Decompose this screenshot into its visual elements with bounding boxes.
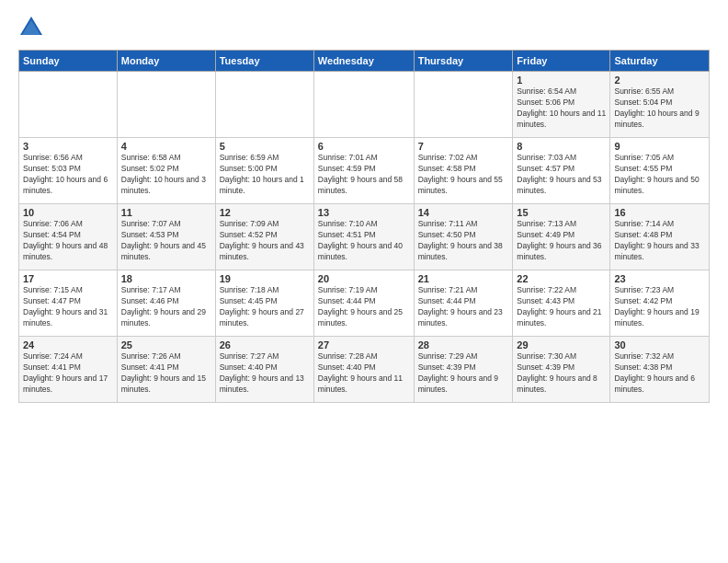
- day-number: 9: [614, 141, 705, 152]
- day-number: 7: [418, 141, 509, 152]
- day-info: Sunrise: 7:15 AM Sunset: 4:47 PM Dayligh…: [23, 285, 113, 329]
- day-number: 29: [517, 339, 606, 350]
- day-info: Sunrise: 6:59 AM Sunset: 5:00 PM Dayligh…: [220, 153, 310, 197]
- day-info: Sunrise: 7:19 AM Sunset: 4:44 PM Dayligh…: [318, 285, 410, 329]
- day-info: Sunrise: 7:01 AM Sunset: 4:59 PM Dayligh…: [318, 153, 410, 197]
- day-info: Sunrise: 7:06 AM Sunset: 4:54 PM Dayligh…: [23, 219, 113, 263]
- day-number: 16: [614, 207, 705, 218]
- day-info: Sunrise: 7:23 AM Sunset: 4:42 PM Dayligh…: [614, 285, 705, 329]
- day-number: 17: [23, 273, 113, 284]
- calendar-cell: 9Sunrise: 7:05 AM Sunset: 4:55 PM Daylig…: [610, 138, 710, 204]
- day-info: Sunrise: 7:10 AM Sunset: 4:51 PM Dayligh…: [318, 219, 410, 263]
- day-info: Sunrise: 7:13 AM Sunset: 4:49 PM Dayligh…: [517, 219, 606, 263]
- day-info: Sunrise: 7:32 AM Sunset: 4:38 PM Dayligh…: [614, 351, 705, 396]
- calendar-cell: 18Sunrise: 7:17 AM Sunset: 4:46 PM Dayli…: [117, 270, 215, 337]
- calendar-cell: 29Sunrise: 7:30 AM Sunset: 4:39 PM Dayli…: [513, 337, 610, 403]
- week-row-0: 1Sunrise: 6:54 AM Sunset: 5:06 PM Daylig…: [19, 72, 710, 138]
- day-info: Sunrise: 7:02 AM Sunset: 4:58 PM Dayligh…: [418, 153, 509, 197]
- day-number: 11: [121, 207, 211, 218]
- day-info: Sunrise: 7:03 AM Sunset: 4:57 PM Dayligh…: [517, 153, 606, 197]
- day-info: Sunrise: 6:54 AM Sunset: 5:06 PM Dayligh…: [517, 86, 606, 131]
- day-number: 1: [517, 75, 606, 86]
- day-info: Sunrise: 7:14 AM Sunset: 4:48 PM Dayligh…: [614, 219, 705, 263]
- calendar-cell: 10Sunrise: 7:06 AM Sunset: 4:54 PM Dayli…: [19, 204, 118, 270]
- calendar-cell: 4Sunrise: 6:58 AM Sunset: 5:02 PM Daylig…: [117, 138, 215, 204]
- day-number: 15: [517, 207, 606, 218]
- day-info: Sunrise: 6:58 AM Sunset: 5:02 PM Dayligh…: [121, 153, 211, 197]
- week-row-3: 17Sunrise: 7:15 AM Sunset: 4:47 PM Dayli…: [19, 270, 710, 337]
- day-number: 24: [23, 339, 113, 350]
- calendar-cell: 23Sunrise: 7:23 AM Sunset: 4:42 PM Dayli…: [610, 270, 710, 337]
- calendar-cell: 15Sunrise: 7:13 AM Sunset: 4:49 PM Dayli…: [513, 204, 610, 270]
- day-number: 13: [318, 207, 410, 218]
- calendar-cell: [117, 72, 215, 138]
- week-row-4: 24Sunrise: 7:24 AM Sunset: 4:41 PM Dayli…: [19, 337, 710, 403]
- calendar-header-row: SundayMondayTuesdayWednesdayThursdayFrid…: [19, 51, 710, 72]
- day-number: 12: [220, 207, 310, 218]
- day-number: 27: [318, 339, 410, 350]
- calendar-cell: 25Sunrise: 7:26 AM Sunset: 4:41 PM Dayli…: [117, 337, 215, 403]
- day-number: 2: [614, 75, 705, 86]
- col-header-monday: Monday: [117, 51, 215, 72]
- calendar-cell: 19Sunrise: 7:18 AM Sunset: 4:45 PM Dayli…: [215, 270, 313, 337]
- calendar-cell: 24Sunrise: 7:24 AM Sunset: 4:41 PM Dayli…: [19, 337, 118, 403]
- calendar-cell: 1Sunrise: 6:54 AM Sunset: 5:06 PM Daylig…: [513, 72, 610, 138]
- day-number: 23: [614, 273, 705, 284]
- day-number: 4: [121, 141, 211, 152]
- day-info: Sunrise: 7:09 AM Sunset: 4:52 PM Dayligh…: [220, 219, 310, 263]
- day-number: 6: [318, 141, 410, 152]
- day-number: 19: [220, 273, 310, 284]
- day-info: Sunrise: 7:18 AM Sunset: 4:45 PM Dayligh…: [220, 285, 310, 329]
- day-number: 8: [517, 141, 606, 152]
- calendar-cell: 14Sunrise: 7:11 AM Sunset: 4:50 PM Dayli…: [414, 204, 513, 270]
- week-row-2: 10Sunrise: 7:06 AM Sunset: 4:54 PM Dayli…: [19, 204, 710, 270]
- calendar-cell: 5Sunrise: 6:59 AM Sunset: 5:00 PM Daylig…: [215, 138, 313, 204]
- calendar-cell: 21Sunrise: 7:21 AM Sunset: 4:44 PM Dayli…: [414, 270, 513, 337]
- day-info: Sunrise: 7:11 AM Sunset: 4:50 PM Dayligh…: [418, 219, 509, 263]
- day-info: Sunrise: 7:30 AM Sunset: 4:39 PM Dayligh…: [517, 351, 606, 396]
- calendar-cell: 11Sunrise: 7:07 AM Sunset: 4:53 PM Dayli…: [117, 204, 215, 270]
- calendar-cell: 22Sunrise: 7:22 AM Sunset: 4:43 PM Dayli…: [513, 270, 610, 337]
- calendar-cell: 2Sunrise: 6:55 AM Sunset: 5:04 PM Daylig…: [610, 72, 710, 138]
- calendar-cell: 28Sunrise: 7:29 AM Sunset: 4:39 PM Dayli…: [414, 337, 513, 403]
- logo-icon: [18, 15, 44, 40]
- calendar-cell: 20Sunrise: 7:19 AM Sunset: 4:44 PM Dayli…: [313, 270, 414, 337]
- calendar-cell: 17Sunrise: 7:15 AM Sunset: 4:47 PM Dayli…: [19, 270, 118, 337]
- page: SundayMondayTuesdayWednesdayThursdayFrid…: [0, 0, 728, 563]
- day-number: 20: [318, 273, 410, 284]
- day-info: Sunrise: 7:05 AM Sunset: 4:55 PM Dayligh…: [614, 153, 705, 197]
- calendar-cell: 16Sunrise: 7:14 AM Sunset: 4:48 PM Dayli…: [610, 204, 710, 270]
- week-row-1: 3Sunrise: 6:56 AM Sunset: 5:03 PM Daylig…: [19, 138, 710, 204]
- col-header-thursday: Thursday: [414, 51, 513, 72]
- col-header-tuesday: Tuesday: [215, 51, 313, 72]
- calendar-cell: 8Sunrise: 7:03 AM Sunset: 4:57 PM Daylig…: [513, 138, 610, 204]
- day-info: Sunrise: 7:24 AM Sunset: 4:41 PM Dayligh…: [23, 351, 113, 396]
- day-info: Sunrise: 7:21 AM Sunset: 4:44 PM Dayligh…: [418, 285, 509, 329]
- day-number: 26: [220, 339, 310, 350]
- calendar-cell: 26Sunrise: 7:27 AM Sunset: 4:40 PM Dayli…: [215, 337, 313, 403]
- day-number: 5: [220, 141, 310, 152]
- day-info: Sunrise: 7:17 AM Sunset: 4:46 PM Dayligh…: [121, 285, 211, 329]
- calendar-cell: 27Sunrise: 7:28 AM Sunset: 4:40 PM Dayli…: [313, 337, 414, 403]
- day-info: Sunrise: 7:27 AM Sunset: 4:40 PM Dayligh…: [220, 351, 310, 396]
- day-number: 22: [517, 273, 606, 284]
- calendar-cell: 6Sunrise: 7:01 AM Sunset: 4:59 PM Daylig…: [313, 138, 414, 204]
- col-header-wednesday: Wednesday: [313, 51, 414, 72]
- day-info: Sunrise: 7:07 AM Sunset: 4:53 PM Dayligh…: [121, 219, 211, 263]
- col-header-saturday: Saturday: [610, 51, 710, 72]
- day-info: Sunrise: 7:29 AM Sunset: 4:39 PM Dayligh…: [418, 351, 509, 396]
- calendar-cell: [414, 72, 513, 138]
- day-info: Sunrise: 6:56 AM Sunset: 5:03 PM Dayligh…: [23, 153, 113, 197]
- day-number: 28: [418, 339, 509, 350]
- calendar-cell: [19, 72, 118, 138]
- day-number: 21: [418, 273, 509, 284]
- calendar-cell: 7Sunrise: 7:02 AM Sunset: 4:58 PM Daylig…: [414, 138, 513, 204]
- calendar-cell: 30Sunrise: 7:32 AM Sunset: 4:38 PM Dayli…: [610, 337, 710, 403]
- day-number: 30: [614, 339, 705, 350]
- calendar-cell: [313, 72, 414, 138]
- day-info: Sunrise: 7:22 AM Sunset: 4:43 PM Dayligh…: [517, 285, 606, 329]
- day-info: Sunrise: 7:26 AM Sunset: 4:41 PM Dayligh…: [121, 351, 211, 396]
- day-number: 10: [23, 207, 113, 218]
- day-number: 25: [121, 339, 211, 350]
- header: [18, 15, 710, 40]
